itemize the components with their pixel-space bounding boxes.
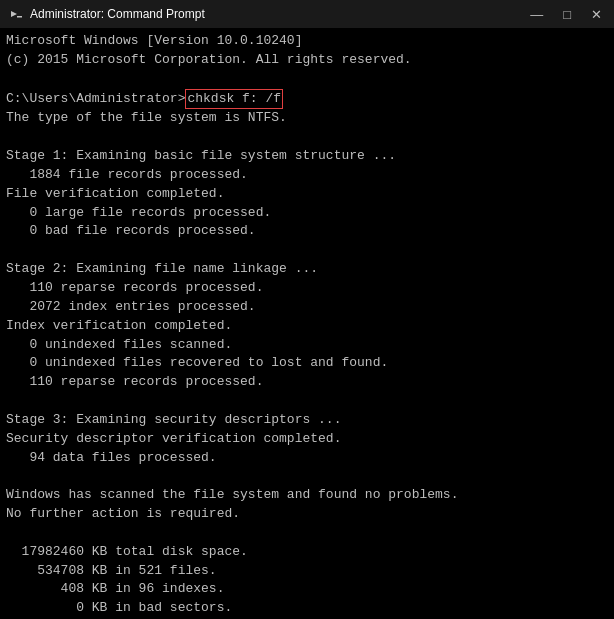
line-5: The type of the file system is NTFS. [6, 109, 608, 128]
line-8: 1884 file records processed. [6, 166, 608, 185]
terminal-body: Microsoft Windows [Version 10.0.10240] (… [0, 28, 614, 619]
line-31: 0 KB in bad sectors. [6, 599, 608, 618]
line-22: Security descriptor verification complet… [6, 430, 608, 449]
line-6 [6, 128, 608, 147]
line-1: Microsoft Windows [Version 10.0.10240] [6, 32, 608, 51]
line-17: 0 unindexed files scanned. [6, 336, 608, 355]
line-13: Stage 2: Examining file name linkage ... [6, 260, 608, 279]
close-button[interactable]: ✕ [587, 5, 606, 24]
line-21: Stage 3: Examining security descriptors … [6, 411, 608, 430]
line-27 [6, 524, 608, 543]
line-7: Stage 1: Examining basic file system str… [6, 147, 608, 166]
line-23: 94 data files processed. [6, 449, 608, 468]
line-16: Index verification completed. [6, 317, 608, 336]
maximize-button[interactable]: □ [559, 5, 575, 24]
command-text: chkdsk f: /f [185, 89, 283, 110]
line-29: 534708 KB in 521 files. [6, 562, 608, 581]
svg-rect-2 [17, 16, 22, 18]
title-bar: Administrator: Command Prompt — □ ✕ [0, 0, 614, 28]
line-15: 2072 index entries processed. [6, 298, 608, 317]
line-25: Windows has scanned the file system and … [6, 486, 608, 505]
line-12 [6, 241, 608, 260]
window-controls: — □ ✕ [526, 5, 606, 24]
prompt-text: C:\Users\Administrator> [6, 90, 185, 109]
line-9: File verification completed. [6, 185, 608, 204]
command-line: C:\Users\Administrator>chkdsk f: /f [6, 89, 608, 110]
line-30: 408 KB in 96 indexes. [6, 580, 608, 599]
line-20 [6, 392, 608, 411]
line-28: 17982460 KB total disk space. [6, 543, 608, 562]
line-11: 0 bad file records processed. [6, 222, 608, 241]
minimize-button[interactable]: — [526, 5, 547, 24]
cmd-icon [8, 6, 24, 22]
line-2: (c) 2015 Microsoft Corporation. All righ… [6, 51, 608, 70]
window-title: Administrator: Command Prompt [30, 7, 205, 21]
line-3 [6, 70, 608, 89]
line-10: 0 large file records processed. [6, 204, 608, 223]
line-26: No further action is required. [6, 505, 608, 524]
line-19: 110 reparse records processed. [6, 373, 608, 392]
line-24 [6, 467, 608, 486]
line-18: 0 unindexed files recovered to lost and … [6, 354, 608, 373]
line-14: 110 reparse records processed. [6, 279, 608, 298]
